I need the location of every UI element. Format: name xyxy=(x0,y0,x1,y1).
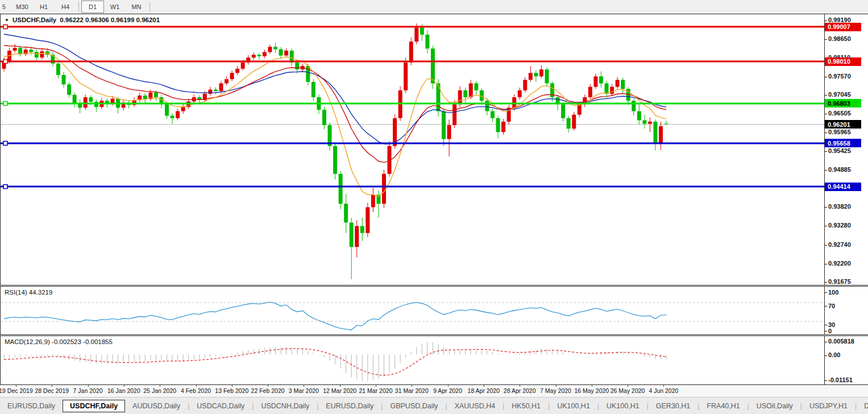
chart-tab-usdcad[interactable]: USDCAD,Daily xyxy=(189,400,252,412)
chart-tab-usdcnh[interactable]: USDCNH,Daily xyxy=(254,400,317,412)
chart-tab-eurusd[interactable]: EURUSD,Daily xyxy=(0,400,63,412)
date-tick-mark xyxy=(160,385,160,387)
date-axis[interactable]: 19 Dec 201928 Dec 20197 Jan 202016 Jan 2… xyxy=(0,385,868,397)
timeframe-button-h1[interactable]: H1 xyxy=(33,1,55,13)
candle-down xyxy=(312,82,315,97)
candle-up xyxy=(230,73,234,79)
chart-tab-hk50[interactable]: HK50,H1 xyxy=(504,400,548,412)
date-label: 28 Dec 2019 xyxy=(35,387,69,394)
hline-handle[interactable] xyxy=(3,141,7,145)
price-axis[interactable]: 0.991900.986500.981100.975700.970450.965… xyxy=(825,14,868,285)
main-chart-panel[interactable]: ▼ USDCHF,Daily 0.96222 0.96306 0.96199 0… xyxy=(0,14,825,285)
price-tick-mark xyxy=(825,95,827,96)
chart-tab-xauusd[interactable]: XAUUSD,H4 xyxy=(447,400,503,412)
price-tick-mark xyxy=(825,207,827,208)
price-tick-mark xyxy=(825,133,827,133)
price-tick-label: 0.94885 xyxy=(828,166,851,173)
trading-terminal: 5M30H1H4D1W1MN ▼ USDCHF,Daily 0.96222 0.… xyxy=(0,0,868,414)
price-level-badge: 0.99007 xyxy=(825,23,861,31)
candle-down xyxy=(56,64,60,75)
chart-tab-fra40[interactable]: FRA40,H1 xyxy=(699,400,747,412)
candle-up xyxy=(409,42,413,63)
timeframe-button-m30[interactable]: M30 xyxy=(11,1,33,13)
hline-handle[interactable] xyxy=(3,60,7,64)
macd-tick-label: -0.01151 xyxy=(828,376,853,383)
date-tick-mark xyxy=(268,385,268,387)
price-tick-mark xyxy=(825,151,827,152)
price-level-badge: 0.94414 xyxy=(825,183,861,191)
timeframe-button-h4[interactable]: H4 xyxy=(55,1,76,13)
candle-down xyxy=(350,222,354,247)
candle-down xyxy=(637,111,641,121)
date-label: 16 May 2020 xyxy=(574,387,609,394)
candle-up xyxy=(523,80,527,90)
date-label: 25 Jan 2020 xyxy=(143,387,176,394)
chart-tab-uk100[interactable]: UK100,H1 xyxy=(599,400,647,412)
date-label: 26 May 2020 xyxy=(610,387,645,394)
date-label: 19 Dec 2019 xyxy=(0,387,33,394)
timeframe-button-d1[interactable]: D1 xyxy=(81,1,104,13)
candle-up xyxy=(588,87,592,97)
macd-panel[interactable]: MACD(12,26,9) -0.002523 -0.001855 xyxy=(0,336,825,385)
chart-dropdown-icon[interactable]: ▼ xyxy=(5,18,9,23)
date-tick-mark xyxy=(376,385,376,387)
candle-down xyxy=(333,146,337,174)
hline-handle[interactable] xyxy=(3,101,7,105)
candle-down xyxy=(89,97,93,102)
candle-up xyxy=(452,104,456,125)
candle-up xyxy=(501,122,505,132)
candle-up xyxy=(572,115,576,129)
candlestick-chart-canvas[interactable] xyxy=(1,14,824,285)
price-tick-label: 0.97570 xyxy=(828,73,851,80)
chart-tab-uk100[interactable]: UK100,H1 xyxy=(550,400,597,412)
candle-down xyxy=(165,104,169,115)
candle-down xyxy=(143,96,147,99)
date-tick-mark xyxy=(556,385,556,387)
candle-down xyxy=(534,73,538,76)
timeframe-button-5[interactable]: 5 xyxy=(0,1,11,13)
timeframe-button-mn[interactable]: MN xyxy=(126,1,147,13)
timeframe-button-w1[interactable]: W1 xyxy=(104,1,126,13)
macd-chart-canvas[interactable] xyxy=(1,336,824,384)
chart-tab-eurusd[interactable]: EURUSD,Daily xyxy=(318,400,381,412)
candle-up xyxy=(447,125,451,139)
date-label: 31 Mar 2020 xyxy=(395,387,429,394)
candle-up xyxy=(268,47,272,52)
rsi-chart-canvas[interactable] xyxy=(1,287,824,334)
candle-down xyxy=(632,101,636,111)
chart-tab-dj30[interactable]: DJ30,H1 xyxy=(857,400,868,412)
date-tick-mark xyxy=(484,385,484,387)
chart-tab-ger30[interactable]: GER30,H1 xyxy=(649,400,697,412)
chart-tab-usdchf[interactable]: USDCHF,Daily xyxy=(63,400,125,412)
price-tick-label: 0.92740 xyxy=(828,241,851,248)
chart-tab-gbpusd[interactable]: GBPUSD,Daily xyxy=(383,400,445,412)
candle-down xyxy=(642,120,646,123)
hline-handle[interactable] xyxy=(3,185,7,189)
candle-down xyxy=(665,123,668,124)
candle-down xyxy=(273,47,277,49)
candle-down xyxy=(171,115,175,118)
date-label: 4 Feb 2020 xyxy=(181,387,211,394)
candle-down xyxy=(545,69,549,83)
chart-tab-usoil[interactable]: USOil,Daily xyxy=(749,400,800,412)
candle-down xyxy=(654,122,658,143)
rsi-line xyxy=(4,302,666,330)
date-label: 18 Apr 2020 xyxy=(468,387,500,394)
candle-up xyxy=(578,104,582,114)
candle-up xyxy=(284,51,288,56)
candle-up xyxy=(219,84,223,91)
chart-tab-audusd[interactable]: AUDUSD,Daily xyxy=(125,400,188,412)
candle-down xyxy=(605,84,609,94)
candle-up xyxy=(659,126,663,143)
rsi-panel[interactable]: RSI(14) 44.3219 xyxy=(0,286,825,335)
date-label: 12 Mar 2020 xyxy=(323,387,356,394)
chart-tab-usdjpy[interactable]: USDJPY,H1 xyxy=(802,400,855,412)
date-tick-mark xyxy=(412,385,412,387)
candle-up xyxy=(648,122,652,124)
date-tick-mark xyxy=(196,385,197,387)
date-tick-mark xyxy=(232,385,232,387)
date-tick-mark xyxy=(16,385,16,387)
hline-handle[interactable] xyxy=(3,25,7,29)
candle-up xyxy=(84,97,88,107)
candle-up xyxy=(181,107,185,111)
